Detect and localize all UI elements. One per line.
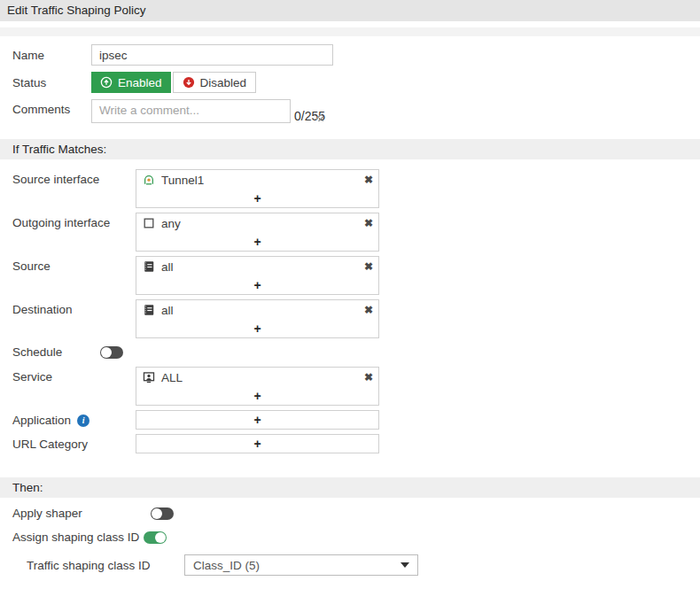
remove-entry-button[interactable]: ✖ bbox=[364, 305, 373, 315]
traffic-shaping-class-id-select[interactable]: Class_ID (5) bbox=[184, 554, 418, 576]
comments-label: Comments bbox=[12, 99, 91, 116]
then-section-header: Then: bbox=[0, 477, 700, 498]
status-row: Status Enabled Disabled bbox=[12, 72, 700, 93]
url-category-row: URL Category + bbox=[12, 434, 700, 453]
status-label: Status bbox=[12, 76, 91, 89]
destination-select-box: all ✖ + bbox=[136, 299, 379, 338]
source-interface-label: Source interface bbox=[12, 169, 136, 186]
selected-class-id: Class_ID (5) bbox=[193, 559, 260, 572]
toggle-knob bbox=[152, 508, 162, 519]
source-select-box: all ✖ + bbox=[136, 256, 379, 295]
remove-entry-button[interactable]: ✖ bbox=[364, 218, 373, 229]
toggle-knob bbox=[155, 532, 166, 543]
add-outgoing-interface-button[interactable]: + bbox=[136, 233, 378, 251]
service-label: Service bbox=[12, 367, 136, 383]
entry-name: all bbox=[161, 260, 174, 274]
chevron-down-icon bbox=[401, 562, 409, 568]
outgoing-interface-label: Outgoing interface bbox=[12, 213, 136, 229]
source-row: Source all ✖ + bbox=[12, 256, 700, 295]
remove-entry-button[interactable]: ✖ bbox=[364, 372, 373, 383]
name-row: Name bbox=[12, 44, 700, 66]
list-item[interactable]: all ✖ bbox=[136, 257, 378, 276]
status-disabled-label: Disabled bbox=[200, 76, 247, 89]
application-label-wrap: Application i bbox=[12, 410, 136, 427]
application-row: Application i + bbox=[12, 410, 700, 430]
info-icon[interactable]: i bbox=[77, 414, 89, 427]
apply-shaper-row: Apply shaper bbox=[12, 507, 700, 520]
entry-name: Tunnel1 bbox=[161, 174, 204, 187]
assign-shaping-class-toggle[interactable] bbox=[144, 531, 167, 544]
service-select-box: ALL ✖ + bbox=[136, 367, 379, 406]
add-destination-button[interactable]: + bbox=[136, 320, 378, 337]
match-section-header: If Traffic Matches: bbox=[0, 139, 700, 159]
assign-shaping-class-label: Assign shaping class ID bbox=[12, 531, 139, 544]
add-url-category-button[interactable]: + bbox=[136, 435, 378, 453]
toggle-knob bbox=[101, 347, 112, 358]
comments-textarea[interactable] bbox=[91, 99, 291, 123]
add-service-button[interactable]: + bbox=[136, 387, 378, 405]
remove-entry-button[interactable]: ✖ bbox=[364, 174, 373, 185]
add-application-button[interactable]: + bbox=[136, 411, 378, 429]
schedule-label: Schedule bbox=[12, 345, 100, 359]
comments-char-counter: 0/255 bbox=[294, 109, 325, 123]
then-section: Apply shaper Assign shaping class ID Tra… bbox=[0, 498, 700, 576]
remove-entry-button[interactable]: ✖ bbox=[364, 261, 373, 272]
entry-name: ALL bbox=[161, 371, 183, 384]
disable-circle-arrow-icon bbox=[183, 76, 195, 89]
service-row: Service ALL ✖ + bbox=[12, 367, 700, 406]
general-section: Name Status Enabled Disabled Comments 0/… bbox=[0, 36, 700, 123]
traffic-shaping-class-id-row: Traffic shaping class ID Class_ID (5) bbox=[27, 554, 700, 576]
source-interface-select-box: Tunnel1 ✖ + bbox=[136, 169, 379, 208]
destination-row: Destination all ✖ + bbox=[12, 299, 700, 338]
apply-shaper-label: Apply shaper bbox=[12, 507, 151, 520]
application-select-box: + bbox=[136, 410, 379, 430]
name-input[interactable] bbox=[91, 44, 333, 66]
url-category-select-box: + bbox=[136, 434, 379, 453]
page-title: Edit Traffic Shaping Policy bbox=[0, 0, 700, 21]
list-item[interactable]: ALL ✖ bbox=[136, 368, 378, 387]
entry-name: any bbox=[161, 217, 181, 230]
assign-shaping-class-row: Assign shaping class ID bbox=[12, 531, 700, 544]
content-top-strip bbox=[0, 27, 700, 36]
list-item[interactable]: Tunnel1 ✖ bbox=[136, 170, 378, 190]
apply-shaper-toggle[interactable] bbox=[151, 507, 174, 520]
comments-row: Comments 0/255 bbox=[12, 99, 700, 123]
status-enabled-label: Enabled bbox=[118, 76, 162, 89]
url-category-label: URL Category bbox=[12, 434, 136, 451]
match-section: Source interface Tunnel1 ✖ + Outgoing in… bbox=[0, 159, 700, 453]
source-label: Source bbox=[12, 256, 136, 273]
outgoing-interface-select-box: any ✖ + bbox=[136, 213, 379, 252]
list-item[interactable]: any ✖ bbox=[136, 213, 378, 233]
destination-label: Destination bbox=[12, 299, 136, 316]
schedule-row: Schedule bbox=[12, 345, 700, 359]
status-toggle-group: Enabled Disabled bbox=[91, 72, 256, 93]
any-interface-icon bbox=[143, 217, 155, 229]
entry-name: all bbox=[161, 304, 174, 317]
comments-field-wrap: 0/255 bbox=[91, 99, 325, 123]
status-enabled-button[interactable]: Enabled bbox=[91, 72, 171, 93]
tunnel-interface-icon bbox=[143, 174, 155, 186]
address-icon bbox=[143, 260, 155, 273]
list-item[interactable]: all ✖ bbox=[136, 300, 378, 320]
add-source-interface-button[interactable]: + bbox=[136, 190, 378, 207]
add-source-button[interactable]: + bbox=[136, 276, 378, 294]
address-icon bbox=[143, 304, 155, 316]
schedule-toggle[interactable] bbox=[100, 346, 123, 359]
enable-circle-arrow-icon bbox=[100, 76, 113, 89]
outgoing-interface-row: Outgoing interface any ✖ + bbox=[12, 213, 700, 252]
status-disabled-button[interactable]: Disabled bbox=[173, 72, 257, 93]
service-icon bbox=[143, 371, 155, 383]
traffic-shaping-class-id-label: Traffic shaping class ID bbox=[27, 559, 184, 572]
application-label: Application bbox=[12, 414, 71, 427]
source-interface-row: Source interface Tunnel1 ✖ + bbox=[12, 169, 700, 208]
name-label: Name bbox=[12, 49, 91, 62]
